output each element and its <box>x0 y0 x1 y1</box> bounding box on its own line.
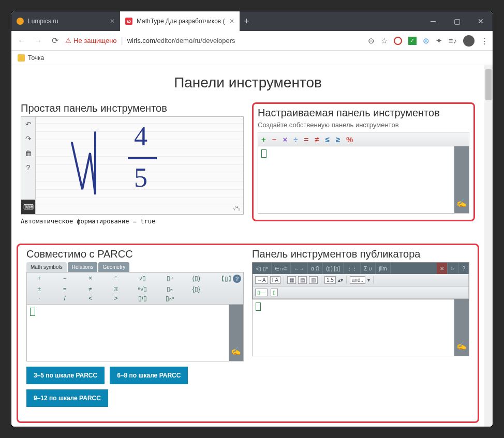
parcc-tab[interactable]: Geometry <box>98 262 129 272</box>
op-frac[interactable]: ▯/▯ <box>131 295 154 302</box>
op-5[interactable]: ≠ <box>315 135 319 144</box>
op-6[interactable]: ≤ <box>325 135 330 144</box>
op-pow[interactable]: ▯ⁿ <box>159 275 181 283</box>
publisher-tab[interactable]: Σ ∪ <box>361 263 376 274</box>
op-4[interactable]: = <box>304 135 309 144</box>
parcc-scale-button[interactable]: 6–8 по шкале PARCC <box>110 367 188 384</box>
delete-button[interactable]: 🗑 <box>21 146 35 160</box>
op-slash[interactable]: / <box>54 295 75 302</box>
size-input[interactable]: 1.5 <box>324 276 336 284</box>
scrollbar[interactable] <box>484 65 493 427</box>
tool-fa[interactable]: FA <box>270 276 280 284</box>
opera-icon[interactable] <box>394 37 402 45</box>
url-display[interactable]: wiris.com/editor/demo/ru/developers <box>127 37 235 44</box>
op-3[interactable]: ÷ <box>293 135 298 144</box>
star-icon[interactable]: ☆ <box>381 36 388 46</box>
publisher-tab[interactable]: ✕ <box>437 263 448 274</box>
size-stepper[interactable]: ▴▾ <box>338 277 343 283</box>
scroll-thumb[interactable] <box>485 69 492 100</box>
op-pm[interactable]: ± <box>29 285 49 293</box>
editor-canvas[interactable] <box>258 146 454 213</box>
op-eq[interactable]: = <box>54 285 75 293</box>
editor-canvas[interactable] <box>253 299 454 356</box>
redo-button[interactable]: ↷ <box>21 131 35 146</box>
op-dot[interactable]: · <box>29 295 49 302</box>
editor-canvas[interactable] <box>27 305 229 361</box>
tool-box1[interactable]: ▯— <box>255 289 268 296</box>
back-button[interactable]: ← <box>16 35 28 47</box>
op-lt[interactable]: < <box>80 295 100 302</box>
footnote: Автоматическое форматирование = true <box>21 215 244 228</box>
publisher-tab[interactable]: ? <box>459 263 469 274</box>
tool-grid1[interactable]: ▦ <box>287 276 296 284</box>
extensions-icon[interactable]: ✦ <box>436 36 442 46</box>
op-subsup[interactable]: ▯ₙⁿ <box>159 295 181 302</box>
op-sqrt[interactable]: √▯ <box>131 275 154 283</box>
op-pi[interactable]: π <box>106 285 126 293</box>
op-nroot[interactable]: ⁿ√▯ <box>131 285 154 293</box>
forward-button[interactable]: → <box>32 35 45 47</box>
keyboard-button[interactable]: ⌨ <box>21 200 35 214</box>
zoom-icon[interactable]: ⊖ <box>368 36 375 46</box>
text-input[interactable]: and.. <box>350 276 365 284</box>
op-ne[interactable]: ≠ <box>80 285 100 293</box>
maximize-button[interactable]: ▢ <box>445 11 469 31</box>
publisher-tab[interactable]: ∫lim <box>376 263 391 274</box>
help-icon[interactable]: ? <box>233 275 241 283</box>
op-gt[interactable]: > <box>106 295 126 302</box>
publisher-tab[interactable]: ←→ <box>291 263 308 274</box>
op-paren[interactable]: (▯) <box>186 275 206 283</box>
tab-lumpics[interactable]: Lumpics.ru ✕ <box>11 11 120 31</box>
op-0[interactable]: + <box>261 135 266 144</box>
tool-grid3[interactable]: ▥ <box>309 276 318 284</box>
op-sub[interactable]: ▯ₙ <box>159 285 181 293</box>
op-minus[interactable]: − <box>54 275 75 283</box>
undo-button[interactable]: ↶ <box>21 117 35 131</box>
new-tab-button[interactable]: + <box>240 11 254 31</box>
editor-side[interactable]: ✍ <box>454 146 469 213</box>
tool-arrow[interactable]: →A <box>255 276 268 284</box>
parcc-tab[interactable]: Math symbols <box>26 262 67 272</box>
text-dropdown[interactable]: ▾ <box>367 277 370 283</box>
publisher-tab[interactable]: ⋮⋮ <box>344 263 361 274</box>
close-icon[interactable]: ✕ <box>229 18 234 25</box>
minimize-button[interactable]: ─ <box>421 11 445 31</box>
editor-side[interactable]: ✍ <box>454 299 469 356</box>
op-7[interactable]: ≥ <box>336 135 340 144</box>
op-brace[interactable]: {▯} <box>186 285 206 293</box>
tool-grid2[interactable]: ▤ <box>298 276 307 284</box>
op-1[interactable]: − <box>272 135 277 144</box>
op-plus[interactable]: + <box>29 275 49 283</box>
editor-side[interactable]: ✍ <box>229 305 243 361</box>
close-window-button[interactable]: ✕ <box>469 11 493 31</box>
reading-list-icon[interactable]: ≡♪ <box>449 36 457 45</box>
security-badge[interactable]: ⚠ Не защищено <box>65 37 117 44</box>
check-icon[interactable]: ✓ <box>408 37 417 45</box>
op-2[interactable]: × <box>283 135 288 144</box>
bookmark-label[interactable]: Точка <box>28 54 44 62</box>
handwriting-canvas[interactable]: 4 5 √⁴₅ <box>36 117 243 214</box>
op-times[interactable]: × <box>80 275 100 283</box>
help-button[interactable]: ? <box>21 160 35 175</box>
tool-box2[interactable]: ▯ <box>271 289 278 296</box>
reload-button[interactable]: ⟳ <box>49 35 61 47</box>
warning-icon: ⚠ <box>65 37 71 44</box>
globe-icon[interactable]: ⊕ <box>423 36 429 46</box>
publisher-tab[interactable]: (▯) [▯] <box>323 263 344 274</box>
close-icon[interactable]: ✕ <box>110 18 115 25</box>
tab-mathtype[interactable]: ω MathType Для разработчиков ( ✕ <box>120 11 240 31</box>
op-8[interactable]: % <box>346 135 353 144</box>
publisher-subtoolbar2: ▯— ▯ <box>253 286 469 299</box>
avatar[interactable] <box>463 35 475 47</box>
parcc-scale-button[interactable]: 9–12 по шкале PARCC <box>26 389 108 407</box>
parcc-tab[interactable]: Relations <box>68 262 98 272</box>
parcc-scale-button[interactable]: 3–5 по шкале PARCC <box>26 367 105 384</box>
publisher-tab[interactable]: ☞ <box>448 263 459 274</box>
menu-icon[interactable]: ⋮ <box>481 36 488 46</box>
fraction-bar <box>128 157 157 159</box>
url-path: /editor/demo/ru/developers <box>155 37 235 44</box>
publisher-tab[interactable]: √▯ ▯ⁿ <box>253 263 272 274</box>
op-div[interactable]: ÷ <box>106 275 126 283</box>
publisher-tab[interactable]: ∈∩⊂ <box>272 263 291 274</box>
publisher-tab[interactable]: α Ω <box>308 263 323 274</box>
